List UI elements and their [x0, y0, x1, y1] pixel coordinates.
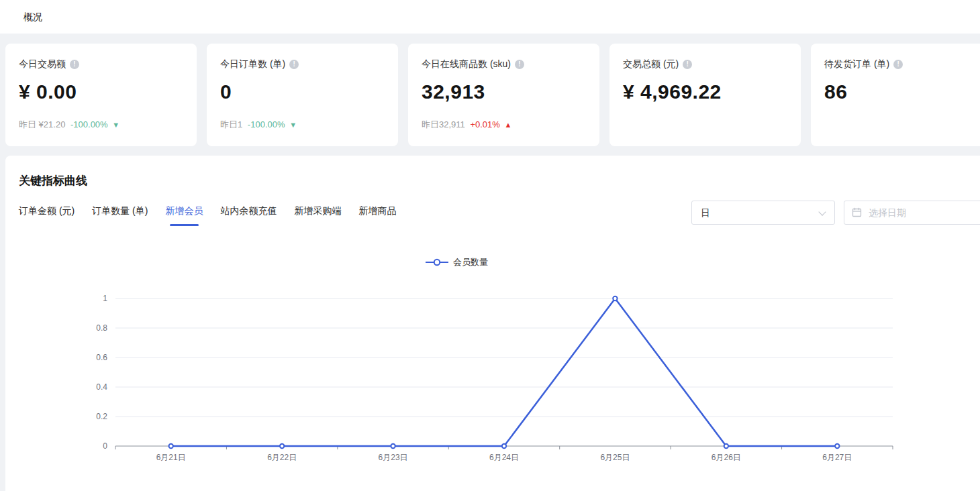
- yesterday-value: 昨日1: [220, 119, 242, 129]
- tab-balance-recharge[interactable]: 站内余额充值: [220, 205, 277, 226]
- info-icon[interactable]: !: [893, 60, 903, 69]
- svg-text:0: 0: [103, 441, 107, 451]
- legend-item-members[interactable]: 会员数量: [426, 256, 488, 268]
- info-icon[interactable]: !: [515, 60, 524, 69]
- tab-new-products[interactable]: 新增商品: [358, 205, 396, 226]
- period-select-value: 日: [701, 201, 710, 224]
- chart-legend: 会员数量: [5, 256, 908, 268]
- card-label: 今日交易额: [19, 58, 66, 70]
- trend-down-icon: ▼: [112, 121, 119, 129]
- svg-text:0.4: 0.4: [96, 382, 107, 392]
- card-label: 今日订单数 (单): [220, 58, 285, 70]
- svg-text:0.8: 0.8: [96, 323, 107, 333]
- card-label-row: 交易总额 (元) !: [623, 58, 787, 70]
- change-percent: +0.01%: [470, 119, 499, 129]
- card-label-row: 今日在线商品数 (sku) !: [422, 58, 586, 70]
- yesterday-value: 昨日32,911: [422, 119, 465, 129]
- period-select[interactable]: 日: [691, 201, 835, 225]
- change-percent: -100.00%: [70, 119, 108, 129]
- chevron-down-icon: [818, 208, 826, 215]
- svg-text:6月23日: 6月23日: [379, 453, 408, 462]
- tab-new-purchasers[interactable]: 新增采购端: [294, 205, 341, 226]
- trend-up-icon: ▲: [505, 121, 512, 129]
- yesterday-value: 昨日 ¥21.20: [19, 119, 65, 129]
- tab-order-amount[interactable]: 订单金额 (元): [19, 205, 75, 226]
- card-label: 待发货订单 (单): [824, 58, 889, 70]
- info-icon[interactable]: !: [289, 60, 299, 69]
- svg-text:6月25日: 6月25日: [600, 453, 630, 462]
- card-pending-shipment: 待发货订单 (单) ! 86: [811, 44, 980, 146]
- card-value: 86: [824, 80, 980, 103]
- card-total-transaction: 交易总额 (元) ! ¥ 4,969.22: [609, 44, 801, 146]
- info-icon[interactable]: !: [683, 60, 692, 69]
- line-chart: 00.20.40.60.816月21日6月22日6月23日6月24日6月25日6…: [5, 288, 908, 468]
- svg-text:6月22日: 6月22日: [267, 453, 297, 462]
- svg-text:6月21日: 6月21日: [156, 453, 186, 462]
- svg-text:0.2: 0.2: [96, 412, 107, 421]
- info-icon[interactable]: !: [70, 60, 79, 69]
- stat-cards-row: 今日交易额 ! ¥ 0.00 昨日 ¥21.20 -100.00% ▼ 今日订单…: [5, 44, 980, 146]
- key-metrics-panel: 关键指标曲线 订单金额 (元) 订单数量 (单) 新增会员 站内余额充值 新增采…: [5, 156, 980, 491]
- change-percent: -100.00%: [248, 119, 285, 129]
- card-label-row: 今日交易额 !: [19, 58, 183, 70]
- card-value: 32,913: [422, 80, 586, 103]
- card-label: 交易总额 (元): [623, 58, 679, 70]
- svg-text:6月24日: 6月24日: [489, 453, 519, 462]
- card-label-row: 待发货订单 (单) !: [824, 58, 980, 70]
- legend-line-marker-icon: [426, 258, 448, 266]
- card-label-row: 今日订单数 (单) !: [220, 58, 385, 70]
- svg-text:6月26日: 6月26日: [712, 453, 741, 462]
- card-footer: 昨日32,911 +0.01% ▲: [422, 119, 586, 131]
- date-picker-input[interactable]: [844, 201, 980, 225]
- card-today-transaction: 今日交易额 ! ¥ 0.00 昨日 ¥21.20 -100.00% ▼: [5, 44, 197, 146]
- svg-text:1: 1: [103, 294, 107, 303]
- card-label: 今日在线商品数 (sku): [422, 58, 511, 70]
- date-picker: [844, 201, 980, 225]
- card-online-sku: 今日在线商品数 (sku) ! 32,913 昨日32,911 +0.01% ▲: [408, 44, 599, 146]
- page-title: 概况: [23, 0, 42, 34]
- top-bar: 概况: [0, 0, 980, 34]
- svg-text:0.6: 0.6: [96, 353, 107, 362]
- card-footer: 昨日1 -100.00% ▼: [220, 119, 385, 131]
- svg-text:6月27日: 6月27日: [822, 453, 852, 462]
- card-value: 0: [220, 80, 385, 103]
- legend-label: 会员数量: [453, 256, 488, 268]
- card-today-orders: 今日订单数 (单) ! 0 昨日1 -100.00% ▼: [207, 44, 398, 146]
- metric-tabs: 订单金额 (元) 订单数量 (单) 新增会员 站内余额充值 新增采购端 新增商品: [19, 205, 413, 226]
- section-title: 关键指标曲线: [19, 173, 87, 188]
- tab-order-count[interactable]: 订单数量 (单): [92, 205, 148, 226]
- card-footer: 昨日 ¥21.20 -100.00% ▼: [19, 119, 183, 131]
- card-value: ¥ 0.00: [19, 80, 183, 103]
- trend-down-icon: ▼: [289, 121, 297, 129]
- card-value: ¥ 4,969.22: [623, 80, 787, 103]
- tab-new-members[interactable]: 新增会员: [165, 205, 203, 226]
